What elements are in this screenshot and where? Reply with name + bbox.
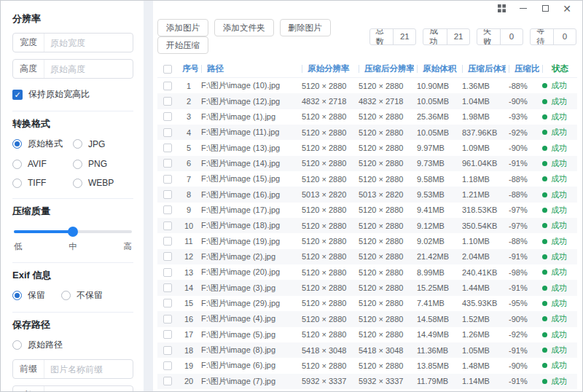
radio-icon[interactable]: [12, 340, 22, 350]
header-compressed-size[interactable]: 压缩后体积: [459, 63, 506, 74]
row-original-size: 9.97MB: [414, 144, 459, 152]
keep-aspect-ratio-checkbox-row[interactable]: ✓ 保持原始宽高比: [12, 88, 133, 101]
table-row[interactable]: 16 F:\图片\image (4).jpg 5120 × 2880 5120 …: [157, 311, 577, 326]
row-checkbox[interactable]: [163, 330, 172, 339]
row-checkbox[interactable]: [163, 377, 172, 385]
format-option-tiff[interactable]: TIFF: [12, 178, 73, 188]
row-path: F:\图片\image (8).jpg: [198, 345, 299, 356]
table-row[interactable]: 20 F:\图片\image (7).jpg 5932 × 3337 5932 …: [157, 374, 577, 389]
table-row[interactable]: 1 F:\图片\image (10).jpg 5120 × 2880 5120 …: [157, 78, 577, 93]
add-folder-button[interactable]: 添加文件夹: [214, 19, 274, 36]
row-checkbox[interactable]: [163, 252, 172, 261]
row-checkbox[interactable]: [163, 237, 172, 246]
radio-checked-icon[interactable]: [12, 139, 22, 149]
table-row[interactable]: 2 F:\图片\image (12).jpg 4832 × 2718 4832 …: [157, 93, 577, 109]
header-seq[interactable]: 序号: [179, 63, 198, 74]
original-path-option[interactable]: 原始路径: [12, 339, 133, 351]
exif-discard-option[interactable]: 不保留: [61, 289, 103, 302]
header-status[interactable]: 状态: [539, 63, 577, 74]
header-ratio[interactable]: 压缩比率: [506, 63, 539, 74]
prefix-input[interactable]: [44, 360, 133, 378]
row-status: 成功: [539, 111, 577, 122]
row-checkbox[interactable]: [163, 82, 172, 90]
quality-slider[interactable]: [14, 227, 132, 237]
checkbox-checked-icon[interactable]: ✓: [12, 90, 23, 100]
row-original-size: 11.79MB: [414, 377, 459, 385]
radio-icon[interactable]: [73, 179, 82, 188]
radio-icon[interactable]: [73, 160, 82, 169]
width-input[interactable]: [44, 34, 133, 52]
row-checkbox[interactable]: [163, 268, 172, 277]
radio-checked-icon[interactable]: [12, 291, 22, 300]
radio-icon[interactable]: [61, 291, 71, 300]
table-row[interactable]: 10 F:\图片\image (18).jpg 5120 × 2880 5120…: [157, 218, 577, 233]
maximize-icon: [542, 5, 549, 12]
header-original-size[interactable]: 原始体积: [414, 63, 459, 74]
table-row[interactable]: 13 F:\图片\image (20).jpg 5120 × 2880 5120…: [157, 264, 577, 280]
table-row[interactable]: 14 F:\图片\image (3).jpg 5120 × 2880 5120 …: [157, 280, 577, 295]
row-compressed-size: 961.04KB: [459, 159, 506, 168]
radio-icon[interactable]: [73, 139, 82, 149]
radio-icon[interactable]: [12, 179, 22, 188]
format-option-jpg[interactable]: JPG: [73, 138, 133, 150]
row-checkbox[interactable]: [163, 299, 172, 307]
results-table: 序号 路径 原始分辨率 压缩后分辨率 原始体积 压缩后体积 压缩比率 状态 1 …: [153, 60, 582, 391]
table-row[interactable]: 5 F:\图片\image (13).jpg 5120 × 2880 5120 …: [157, 140, 577, 155]
row-checkbox[interactable]: [163, 159, 172, 168]
row-checkbox[interactable]: [163, 361, 172, 370]
table-row[interactable]: 11 F:\图片\image (19).jpg 5120 × 2880 5120…: [157, 233, 577, 248]
row-compressed-resolution: 5120 × 2880: [356, 128, 414, 137]
row-checkbox[interactable]: [163, 175, 172, 184]
row-seq: 1: [179, 82, 198, 90]
row-checkbox[interactable]: [163, 190, 172, 199]
app-grid-icon[interactable]: [490, 1, 512, 16]
start-compress-button[interactable]: 开始压缩: [157, 36, 208, 54]
header-compressed-resolution[interactable]: 压缩后分辨率: [356, 63, 414, 74]
row-checkbox[interactable]: [163, 144, 172, 152]
sidebar-splitter[interactable]: [144, 1, 153, 391]
header-original-resolution[interactable]: 原始分辨率: [299, 63, 356, 74]
table-row[interactable]: 15 F:\图片\image (29).jpg 5120 × 2880 5120…: [157, 296, 577, 311]
exif-keep-option[interactable]: 保留: [12, 289, 45, 302]
table-row[interactable]: 17 F:\图片\image (5).jpg 5120 × 2880 5120 …: [157, 327, 577, 342]
table-row[interactable]: 7 F:\图片\image (15).jpg 5120 × 2880 5120 …: [157, 171, 577, 187]
format-option-webp[interactable]: WEBP: [73, 178, 133, 188]
add-images-button[interactable]: 添加图片: [157, 19, 208, 36]
row-checkbox[interactable]: [163, 112, 172, 121]
row-original-size: 14.58MB: [414, 315, 459, 324]
height-input[interactable]: [44, 60, 133, 78]
table-row[interactable]: 9 F:\图片\image (17).jpg 5120 × 2880 5120 …: [157, 203, 577, 218]
row-status: 成功: [539, 360, 577, 371]
row-checkbox[interactable]: [163, 283, 172, 292]
format-option-png[interactable]: PNG: [73, 159, 133, 169]
slider-handle[interactable]: [68, 227, 78, 237]
format-option-avif[interactable]: AVIF: [12, 159, 73, 169]
row-checkbox[interactable]: [163, 222, 172, 230]
row-compressed-resolution: 5418 × 3048: [356, 346, 414, 355]
table-row[interactable]: 19 F:\图片\image (6).jpg 5120 × 2880 5120 …: [157, 358, 577, 373]
row-checkbox[interactable]: [163, 346, 172, 355]
format-option-original[interactable]: 原始格式: [12, 138, 73, 150]
row-checkbox[interactable]: [163, 315, 172, 324]
row-seq: 3: [179, 112, 198, 121]
minimize-button[interactable]: [512, 1, 534, 16]
close-button[interactable]: ✕: [556, 1, 578, 16]
header-path[interactable]: 路径: [198, 63, 299, 74]
row-checkbox[interactable]: [163, 205, 172, 214]
table-row[interactable]: 21 F:\图片\image (9).jpg 5120 × 2880 5120 …: [157, 389, 577, 392]
select-all-checkbox[interactable]: [163, 65, 172, 74]
suffix-input[interactable]: [44, 386, 133, 391]
table-row[interactable]: 6 F:\图片\image (14).jpg 5120 × 2880 5120 …: [157, 156, 577, 171]
row-checkbox[interactable]: [163, 97, 172, 106]
delete-images-button[interactable]: 删除图片: [280, 19, 331, 36]
table-row[interactable]: 18 F:\图片\image (8).jpg 5418 × 3048 5418 …: [157, 342, 577, 358]
row-checkbox[interactable]: [163, 128, 172, 137]
table-row[interactable]: 3 F:\图片\image (1).jpg 5120 × 2880 5120 ×…: [157, 109, 577, 125]
table-row[interactable]: 12 F:\图片\image (2).jpg 5120 × 2880 5120 …: [157, 249, 577, 264]
radio-icon[interactable]: [12, 160, 22, 169]
stat-value: 21: [394, 29, 415, 44]
maximize-button[interactable]: [534, 1, 556, 16]
table-row[interactable]: 4 F:\图片\image (11).jpg 5120 × 2880 5120 …: [157, 125, 577, 140]
table-row[interactable]: 8 F:\图片\image (16).jpg 5013 × 2820 5013 …: [157, 187, 577, 202]
row-compressed-resolution: 5120 × 2880: [356, 299, 414, 307]
